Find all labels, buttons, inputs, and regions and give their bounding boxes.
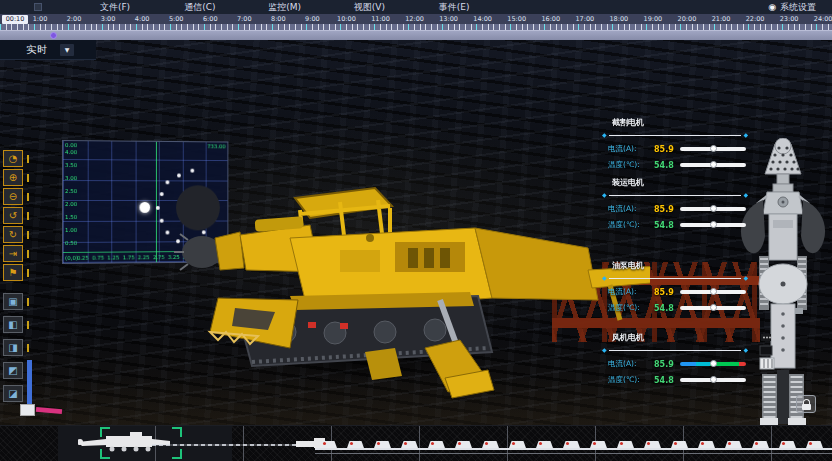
plan-conveyor-car [671, 441, 688, 448]
plan-conveyor-car [347, 441, 364, 448]
temperature-value: 54.8 [654, 161, 680, 170]
current-value: 85.9 [654, 288, 680, 297]
hour-label: 8:00 [264, 14, 292, 24]
hour-label: 4:00 [128, 14, 156, 24]
hour-label: 3:00 [94, 14, 122, 24]
pan-icon[interactable]: ⇥ [3, 245, 23, 262]
app-window: 0.00 733.00 (0,0) (m) 4.00 3.50 3.00 2.5… [0, 0, 832, 461]
timeline-scrubber-track[interactable] [0, 30, 832, 40]
hour-label: 16:00 [537, 14, 565, 24]
app-icon [34, 3, 42, 11]
menu-item[interactable]: 文件(F) [80, 0, 150, 14]
z-axis [27, 360, 32, 406]
menu-bar: 文件(F) 通信(C) 监控(M) 视图(V) 事件(E) [0, 0, 832, 14]
plan-conveyor-car [752, 441, 769, 448]
grid-y-label: 3.50 [65, 162, 83, 169]
zoom-in-icon[interactable]: ⊕ [3, 169, 23, 186]
lock-button[interactable] [796, 395, 816, 413]
menu-item[interactable]: 视图(V) [334, 0, 404, 14]
flag-icon[interactable]: ⚑ [3, 264, 23, 281]
temperature-value: 54.8 [654, 376, 680, 385]
current-value: 85.9 [654, 360, 680, 369]
system-settings-button[interactable]: 系统设置 [768, 0, 816, 14]
hour-label: 15:00 [503, 14, 531, 24]
plan-conveyor-car [590, 441, 607, 448]
plan-conveyor-car [374, 441, 391, 448]
grid-x-label: 1.75 [121, 254, 137, 261]
roadheader-machine-3d[interactable] [140, 140, 650, 415]
hour-label: 10:00 [332, 14, 360, 24]
current-slider[interactable] [680, 207, 746, 211]
motor-panel-fan: 风机电机 电流(A): 85.9 温度(℃): 54.8 [600, 332, 750, 390]
view-cube-front-icon[interactable]: ◨ [3, 339, 23, 356]
plan-conveyor-car [563, 441, 580, 448]
hour-label: 13:00 [435, 14, 463, 24]
axis-origin [20, 404, 35, 416]
menu-item[interactable]: 事件(E) [419, 0, 489, 14]
grid-x-label: 0.75 [90, 255, 106, 262]
hour-label: 5:00 [162, 14, 190, 24]
x-axis [36, 407, 62, 414]
hour-label: 17:00 [571, 14, 599, 24]
grid-y-label: 0.50 [65, 240, 83, 247]
grid-y-label: 1.00 [65, 227, 83, 234]
separator-diamond-line [602, 275, 748, 281]
compass-icon[interactable]: ◔ [3, 150, 23, 167]
plan-conveyor-car [725, 441, 742, 448]
hour-label: 21:00 [707, 14, 735, 24]
rotate-ccw-icon[interactable]: ↺ [3, 207, 23, 224]
plan-conveyor-car [428, 441, 445, 448]
view-cube-active-icon[interactable]: ▣ [3, 293, 23, 310]
menu-item[interactable]: 通信(C) [165, 0, 235, 14]
rotate-cw-icon[interactable]: ↻ [3, 226, 23, 243]
plan-conveyor-car [401, 441, 418, 448]
hour-label: 1:00 [26, 14, 54, 24]
plan-conveyor-car [617, 441, 634, 448]
motor-panel-cutting: 截割电机 电流(A): 85.9 温度(℃): 54.8 [600, 117, 750, 175]
hour-label: 12:00 [401, 14, 429, 24]
timeline-playhead[interactable] [50, 32, 57, 39]
current-slider[interactable] [680, 147, 746, 151]
menu-item[interactable]: 监控(M) [250, 0, 320, 14]
view-toolbar: ◔ ⊕ ⊖ ↺ ↻ ⇥ ⚑ ▣ ◧ ◨ ◩ ◪ [3, 108, 37, 398]
timeline-hour-labels: 1:00 2:00 3:00 4:00 5:00 6:00 7:00 8:00 … [0, 14, 832, 24]
current-value: 85.9 [654, 145, 680, 154]
grid-y-label: 3.00 [65, 175, 83, 182]
hour-label: 23:00 [775, 14, 803, 24]
temperature-label: 温度(℃): [608, 303, 654, 313]
grid-y-label: 4.00 [65, 149, 83, 156]
3d-viewport[interactable]: 0.00 733.00 (0,0) (m) 4.00 3.50 3.00 2.5… [0, 40, 832, 425]
temperature-value: 54.8 [654, 304, 680, 313]
motor-panel-title: 截割电机 [612, 117, 644, 128]
current-time-badge: 00:10 [2, 15, 28, 24]
hour-label: 7:00 [230, 14, 258, 24]
grid-y-label: 1.50 [65, 214, 83, 221]
motor-panel-loading: 装运电机 电流(A): 85.9 温度(℃): 54.8 [600, 177, 750, 235]
plan-view-strip[interactable] [0, 425, 832, 461]
view-mode-dropdown[interactable]: 实时 [0, 40, 96, 60]
plan-conveyor-car [536, 441, 553, 448]
settings-label: 系统设置 [780, 1, 816, 14]
temperature-label: 温度(℃): [608, 220, 654, 230]
grid-x-label: 0.25 [75, 255, 91, 262]
plan-conveyor-car [509, 441, 526, 448]
motor-panel-title: 油泵电机 [612, 260, 644, 271]
gear-icon [768, 0, 776, 14]
zoom-out-icon[interactable]: ⊖ [3, 188, 23, 205]
current-slider[interactable] [680, 290, 746, 294]
grid-y-label: 2.00 [65, 201, 83, 208]
temperature-slider[interactable] [680, 378, 746, 382]
view-cube-top-icon[interactable]: ◧ [3, 316, 23, 333]
hour-label: 9:00 [298, 14, 326, 24]
separator-diamond-line [602, 192, 748, 198]
separator-diamond-line [602, 347, 748, 353]
temperature-slider[interactable] [680, 223, 746, 227]
temperature-slider[interactable] [680, 306, 746, 310]
current-gauge-slider[interactable] [680, 362, 746, 366]
separator-diamond-line [602, 132, 748, 138]
chevron-down-icon [60, 44, 74, 56]
axis-gizmo [12, 360, 82, 420]
temperature-slider[interactable] [680, 163, 746, 167]
current-label: 电流(A): [608, 287, 654, 297]
motor-panel-title: 风机电机 [612, 332, 644, 343]
